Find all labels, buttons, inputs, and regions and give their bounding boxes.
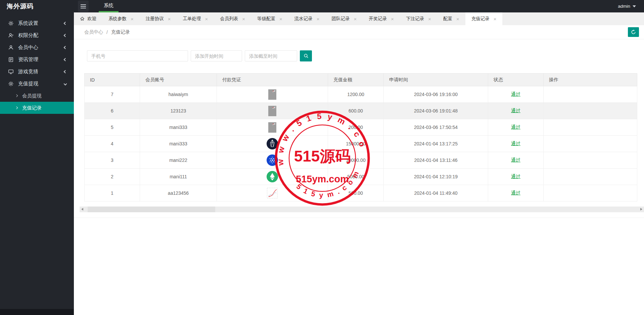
cell-operation xyxy=(544,185,637,201)
sidebar-item-label: 系统设置 xyxy=(18,20,38,27)
sidebar-menu: 系统设置权限分配会员中心资讯管理游戏竞猜充值提现会员提现充值记录 xyxy=(0,17,74,114)
home-icon xyxy=(80,16,85,21)
sidebar-item[interactable]: 会员中心 xyxy=(0,41,74,53)
tab-item[interactable]: 流水记录× xyxy=(288,12,326,25)
tab-item[interactable]: 等级配置× xyxy=(251,12,288,25)
phone-input[interactable] xyxy=(87,50,188,61)
status-pass-link[interactable]: 通过 xyxy=(511,91,520,97)
tab-active[interactable]: 充值记录× xyxy=(465,12,503,25)
tab-item[interactable]: 下注记录× xyxy=(400,12,437,25)
tab-label: 欢迎 xyxy=(87,16,96,22)
payment-voucher-image-placeholder[interactable] xyxy=(268,106,276,116)
status-pass-link[interactable]: 通过 xyxy=(511,157,520,163)
sidebar-item[interactable]: 权限分配 xyxy=(0,29,74,41)
payment-voucher-image-placeholder[interactable] xyxy=(268,89,276,100)
scrollbar-thumb[interactable] xyxy=(88,207,215,212)
status-pass-link[interactable]: 通过 xyxy=(511,190,520,195)
payment-voucher-image-placeholder[interactable] xyxy=(268,122,276,133)
close-icon[interactable]: × xyxy=(428,16,431,21)
payment-voucher-cardano-coin[interactable] xyxy=(267,154,278,166)
column-header: 申请时间 xyxy=(384,74,488,86)
tab-label: 会员列表 xyxy=(220,16,238,22)
sidebar-item-label: 充值提现 xyxy=(18,81,38,87)
close-icon[interactable]: × xyxy=(391,16,394,21)
user-menu[interactable]: admin xyxy=(618,4,636,9)
tab-item[interactable]: 工单处理× xyxy=(177,12,214,25)
close-icon[interactable]: × xyxy=(494,16,497,21)
column-header: 充值金额 xyxy=(328,74,384,86)
horizontal-scrollbar[interactable] xyxy=(80,207,644,212)
cell-amount: 5000.00 xyxy=(328,169,384,185)
search-button[interactable] xyxy=(300,50,312,61)
sidebar-item[interactable]: 系统设置 xyxy=(0,17,74,29)
refresh-icon xyxy=(631,30,636,35)
cell-status: 通过 xyxy=(488,169,544,185)
chevron-left-icon xyxy=(64,46,67,49)
gear-icon xyxy=(8,81,14,87)
cell-amount: 15000.00 xyxy=(328,136,384,152)
cell-operation xyxy=(544,152,637,169)
close-icon[interactable]: × xyxy=(354,16,357,21)
refresh-button[interactable] xyxy=(628,27,639,37)
cell-amount: 600.00 xyxy=(328,103,384,119)
cell-voucher xyxy=(217,169,328,185)
user-icon xyxy=(8,45,14,50)
close-icon[interactable]: × xyxy=(131,16,134,21)
column-header: ID xyxy=(85,74,140,86)
sidebar: 海外源码 系统设置权限分配会员中心资讯管理游戏竞猜充值提现会员提现充值记录 xyxy=(0,0,74,315)
scroll-left-arrow-icon[interactable] xyxy=(81,208,83,211)
cell-time: 2024-03-06 17:50:54 xyxy=(384,119,488,136)
cell-amount: 1200.00 xyxy=(328,86,384,103)
status-pass-link[interactable]: 通过 xyxy=(511,108,520,113)
cell-id: 7 xyxy=(85,86,140,103)
payment-voucher-chart-image[interactable] xyxy=(267,188,278,198)
sidebar-subitem[interactable]: 充值记录 xyxy=(0,102,74,114)
close-icon[interactable]: × xyxy=(317,16,320,21)
chevron-right-icon xyxy=(15,94,18,97)
cell-voucher xyxy=(217,136,328,152)
cell-account: mani222 xyxy=(140,152,217,169)
sidebar-subitem[interactable]: 会员提现 xyxy=(0,90,74,102)
status-pass-link[interactable]: 通过 xyxy=(511,124,520,130)
cell-operation xyxy=(544,169,637,185)
cell-amount: 200.00 xyxy=(328,119,384,136)
close-icon[interactable]: × xyxy=(279,16,282,21)
filter-bar xyxy=(87,50,312,61)
sidebar-item[interactable]: 游戏竞猜 xyxy=(0,65,74,78)
cell-amount: 10000.00 xyxy=(328,152,384,169)
payment-voucher-ethereum-coin[interactable] xyxy=(267,171,278,182)
caret-down-icon xyxy=(633,5,636,7)
tab-item[interactable]: 系统参数× xyxy=(102,12,140,25)
scroll-right-arrow-icon[interactable] xyxy=(640,208,642,211)
chevron-left-icon xyxy=(64,70,67,73)
start-time-input[interactable] xyxy=(191,50,242,61)
payment-voucher-eos-coin[interactable] xyxy=(267,138,278,149)
tab-item[interactable]: 欢迎 xyxy=(74,12,102,25)
cell-account: mani111 xyxy=(140,169,217,185)
status-pass-link[interactable]: 通过 xyxy=(511,174,520,179)
close-icon[interactable]: × xyxy=(242,16,245,21)
tab-item[interactable]: 会员列表× xyxy=(214,12,251,25)
end-time-input[interactable] xyxy=(245,50,297,61)
close-icon[interactable]: × xyxy=(168,16,171,21)
tab-item[interactable]: 注册协议× xyxy=(140,12,177,25)
close-icon[interactable]: × xyxy=(205,16,208,21)
status-pass-link[interactable]: 通过 xyxy=(511,141,520,146)
cell-id: 2 xyxy=(85,169,140,185)
cell-account: haiwaiym xyxy=(140,86,217,103)
tab-label: 下注记录 xyxy=(406,16,424,22)
tab-item[interactable]: 团队记录× xyxy=(326,12,363,25)
main-content: ID会员账号付款凭证充值金额申请时间状态操作 7haiwaiym1200.002… xyxy=(74,39,644,315)
sidebar-item[interactable]: 充值提现 xyxy=(0,78,74,90)
cell-id: 6 xyxy=(85,103,140,119)
topbar-tab-system[interactable]: 系统 xyxy=(99,0,119,12)
cell-time: 2024-01-04 13:17:25 xyxy=(384,136,488,152)
tab-item[interactable]: 配置× xyxy=(437,12,465,25)
cell-status: 通过 xyxy=(488,119,544,136)
sidebar-item[interactable]: 资讯管理 xyxy=(0,53,74,65)
tab-item[interactable]: 开奖记录× xyxy=(363,12,400,25)
close-icon[interactable]: × xyxy=(456,16,459,21)
hamburger-menu-icon[interactable] xyxy=(78,1,89,12)
sidebar-item-label: 资讯管理 xyxy=(18,56,38,63)
breadcrumb-parent[interactable]: 会员中心 xyxy=(84,29,103,35)
